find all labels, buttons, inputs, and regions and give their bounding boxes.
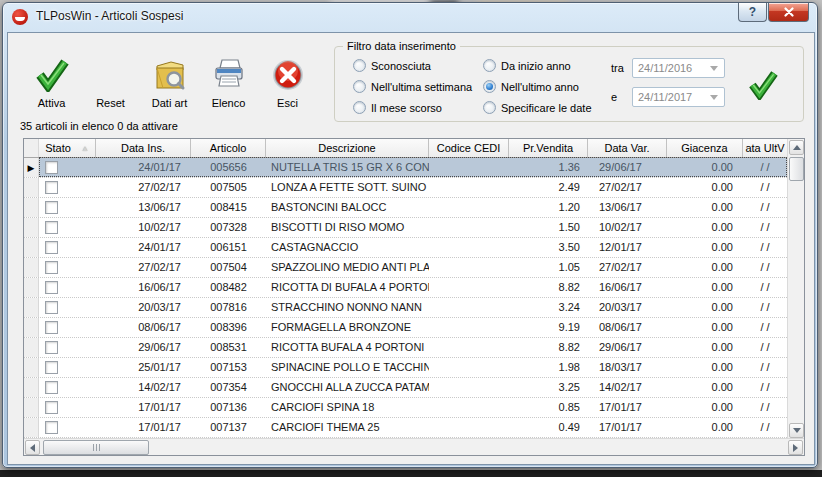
stato-checkbox[interactable]: [45, 241, 58, 254]
header-articolo[interactable]: Articolo: [191, 139, 266, 157]
cell-descrizione: BISCOTTI DI RISO MOMO: [266, 218, 429, 237]
table-row[interactable]: ▶24/01/17005656NUTELLA TRIS 15 GR X 6 CO…: [24, 158, 787, 178]
stato-checkbox[interactable]: [45, 401, 58, 414]
esci-button[interactable]: Esci: [258, 51, 317, 109]
table-row[interactable]: 27/02/17007504SPAZZOLINO MEDIO ANTI PLAC…: [24, 258, 787, 278]
cell-codice-cedi: [429, 398, 509, 417]
stato-checkbox[interactable]: [45, 361, 58, 374]
vertical-scrollbar[interactable]: [787, 139, 804, 439]
stato-checkbox[interactable]: [45, 421, 58, 434]
table-row[interactable]: 14/02/17007354GNOCCHI ALLA ZUCCA PATAMO3…: [24, 378, 787, 398]
date-to-combo[interactable]: 24/11/2017: [632, 87, 725, 107]
stato-checkbox[interactable]: [45, 161, 58, 174]
horizontal-scrollbar[interactable]: [24, 438, 804, 455]
vertical-scroll-thumb[interactable]: [789, 157, 804, 181]
row-selector-cell[interactable]: [24, 358, 39, 377]
cell-data-ultv: / /: [743, 278, 787, 297]
scroll-down-button[interactable]: [789, 423, 804, 438]
radio-ultimo-anno[interactable]: Nell'ultimo anno: [483, 76, 592, 97]
row-selector-cell[interactable]: [24, 378, 39, 397]
titlebar[interactable]: TLPosWin - Articoli Sospesi ?: [3, 3, 817, 31]
table-row[interactable]: 13/06/17008415BASTONCINI BALOCC1.2013/06…: [24, 198, 787, 218]
reset-button[interactable]: Reset: [81, 51, 140, 109]
cell-descrizione: FORMAGELLA BRONZONE: [266, 318, 429, 337]
radio-sconosciuta[interactable]: Sconosciuta: [353, 55, 472, 76]
table-row[interactable]: 10/02/17007328BISCOTTI DI RISO MOMO1.501…: [24, 218, 787, 238]
chevron-down-icon: [710, 66, 718, 71]
cell-stato[interactable]: [39, 158, 96, 177]
attiva-button[interactable]: Attiva: [22, 51, 81, 109]
table-row[interactable]: 17/01/17007136CARCIOFI SPINA 180.8517/01…: [24, 398, 787, 418]
cell-stato[interactable]: [39, 298, 96, 317]
row-selector-cell[interactable]: [24, 278, 39, 297]
table-row[interactable]: 25/01/17007153SPINACINE POLLO E TACCHINO…: [24, 358, 787, 378]
stato-checkbox[interactable]: [45, 261, 58, 274]
cell-stato[interactable]: [39, 218, 96, 237]
cell-stato[interactable]: [39, 398, 96, 417]
stato-checkbox[interactable]: [45, 381, 58, 394]
stato-checkbox[interactable]: [45, 221, 58, 234]
elenco-button[interactable]: Elenco: [199, 51, 258, 109]
table-row[interactable]: 16/06/17008482RICOTTA DI BUFALA 4 PORTON…: [24, 278, 787, 298]
row-selector-cell[interactable]: ▶: [24, 158, 39, 177]
stato-checkbox[interactable]: [45, 301, 58, 314]
table-row[interactable]: 20/03/17007816STRACCHINO NONNO NANN3.242…: [24, 298, 787, 318]
row-selector-cell[interactable]: [24, 398, 39, 417]
row-selector-cell[interactable]: [24, 178, 39, 197]
row-selector-cell[interactable]: [24, 318, 39, 337]
row-selector-cell[interactable]: [24, 238, 39, 257]
stato-checkbox[interactable]: [45, 321, 58, 334]
table-row[interactable]: 27/02/17007505LONZA A FETTE SOTT. SUINO2…: [24, 178, 787, 198]
grip-icon: [96, 444, 97, 451]
cell-data-ultv: / /: [743, 418, 787, 437]
close-button[interactable]: [768, 3, 809, 22]
horizontal-scroll-thumb[interactable]: [43, 440, 149, 455]
header-descrizione[interactable]: Descrizione: [266, 139, 429, 157]
table-row[interactable]: 29/06/17008531RICOTTA BUFALA 4 PORTONI8.…: [24, 338, 787, 358]
cell-stato[interactable]: [39, 278, 96, 297]
row-selector-cell[interactable]: [24, 198, 39, 217]
radio-da-inizio-anno[interactable]: Da inizio anno: [483, 55, 592, 76]
table-row[interactable]: 08/06/17008396FORMAGELLA BRONZONE9.1908/…: [24, 318, 787, 338]
header-giacenza[interactable]: Giacenza: [667, 139, 743, 157]
radio-specificare-date[interactable]: Specificare le date: [483, 97, 592, 118]
cell-stato[interactable]: [39, 258, 96, 277]
cell-articolo: 008415: [191, 198, 266, 217]
stato-checkbox[interactable]: [45, 201, 58, 214]
scroll-up-button[interactable]: [789, 140, 804, 155]
row-selector-cell[interactable]: [24, 218, 39, 237]
dati-art-button[interactable]: Dati art: [140, 51, 199, 109]
cell-stato[interactable]: [39, 418, 96, 437]
scroll-left-button[interactable]: [25, 440, 40, 455]
radio-mese-scorso[interactable]: Il mese scorso: [353, 97, 472, 118]
header-stato[interactable]: Stato ▲: [39, 139, 96, 157]
row-selector-cell[interactable]: [24, 418, 39, 437]
row-selector-cell[interactable]: [24, 338, 39, 357]
cell-descrizione: BASTONCINI BALOCC: [266, 198, 429, 217]
header-data-ultv[interactable]: ata UltV: [743, 139, 787, 157]
cell-stato[interactable]: [39, 338, 96, 357]
table-row[interactable]: 24/01/17006151CASTAGNACCIO3.5012/01/170.…: [24, 238, 787, 258]
stato-checkbox[interactable]: [45, 341, 58, 354]
cell-stato[interactable]: [39, 178, 96, 197]
row-selector-cell[interactable]: [24, 258, 39, 277]
table-row[interactable]: 17/01/17007137CARCIOFI THEMA 250.4917/01…: [24, 418, 787, 438]
cell-stato[interactable]: [39, 378, 96, 397]
header-pr-vendita[interactable]: Pr.Vendita: [509, 139, 588, 157]
cell-stato[interactable]: [39, 358, 96, 377]
apply-filter-button[interactable]: [745, 67, 781, 103]
cell-stato[interactable]: [39, 198, 96, 217]
radio-ultima-settimana[interactable]: Nell'ultima settimana: [353, 76, 472, 97]
red-x-circle-icon: [268, 55, 308, 95]
help-button[interactable]: ?: [738, 3, 767, 22]
cell-stato[interactable]: [39, 238, 96, 257]
date-from-combo[interactable]: 24/11/2016: [632, 58, 725, 78]
header-codice-cedi[interactable]: Codice CEDI: [429, 139, 509, 157]
stato-checkbox[interactable]: [45, 181, 58, 194]
header-data-ins[interactable]: Data Ins.: [96, 139, 191, 157]
cell-stato[interactable]: [39, 318, 96, 337]
scroll-right-button[interactable]: [788, 440, 803, 455]
stato-checkbox[interactable]: [45, 281, 58, 294]
header-data-var[interactable]: Data Var.: [588, 139, 667, 157]
row-selector-cell[interactable]: [24, 298, 39, 317]
